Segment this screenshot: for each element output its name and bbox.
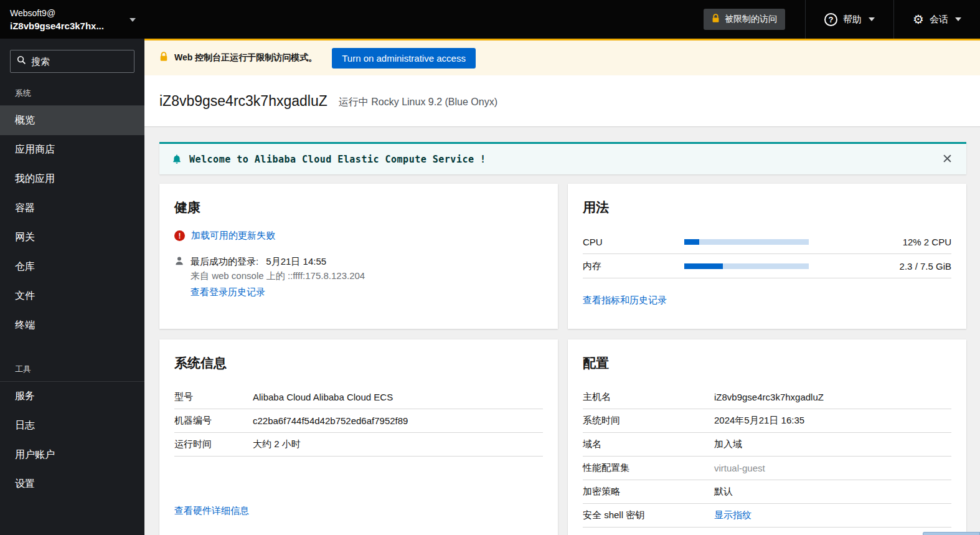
memory-label: 内存 xyxy=(583,260,684,272)
host-switcher[interactable]: Websoft9@ iZ8vb9gse4rc3k7hx... xyxy=(0,0,144,39)
sidebar-item-accounts[interactable]: 用户账户 xyxy=(0,440,144,470)
session-label: 会话 xyxy=(930,14,948,26)
chevron-down-icon xyxy=(130,18,136,22)
hardware-details-link[interactable]: 查看硬件详细信息 xyxy=(174,505,249,516)
brand-host: iZ8vb9gse4rc3k7hx... xyxy=(10,19,125,33)
brand-user: Websoft9@ xyxy=(10,7,125,19)
sidebar-item-gateway[interactable]: 网关 xyxy=(0,223,144,252)
model-value: Alibaba Cloud Alibaba Cloud ECS xyxy=(253,392,393,402)
search-icon xyxy=(17,55,26,67)
help-menu-button[interactable]: ? 帮助 xyxy=(806,0,893,39)
alert-message: Web 控制台正运行于限制访问模式。 xyxy=(174,52,317,64)
user-icon xyxy=(174,254,184,299)
sidebar-item-settings[interactable]: 设置 xyxy=(0,470,144,499)
main-area: Web 控制台正运行于限制访问模式。 Turn on administrativ… xyxy=(144,39,980,535)
sidebar-item-terminal[interactable]: 终端 xyxy=(0,311,144,340)
masthead-toolbar: 被限制的访问 ? 帮助 ⚙ 会话 xyxy=(144,0,980,39)
session-menu-button[interactable]: ⚙ 会话 xyxy=(894,0,980,39)
nav-section-tools: 工具 xyxy=(0,355,144,382)
usage-card: 用法 CPU 12% 2 CPU 内存 xyxy=(568,184,966,329)
sidebar-item-repository[interactable]: 仓库 xyxy=(0,252,144,282)
sidebar-item-containers[interactable]: 容器 xyxy=(0,194,144,223)
usage-card-title: 用法 xyxy=(583,199,951,216)
help-icon: ? xyxy=(824,13,837,26)
sidebar-item-my-apps[interactable]: 我的应用 xyxy=(0,164,144,194)
crypto-policy-value: 默认 xyxy=(714,486,733,498)
memory-progress-bar xyxy=(684,263,809,269)
system-time-label: 系统时间 xyxy=(583,415,714,427)
restricted-mode-alert: Web 控制台正运行于限制访问模式。 Turn on administrativ… xyxy=(144,39,980,75)
hostname-label: 主机名 xyxy=(583,391,714,403)
cpu-value: 12% 2 CPU xyxy=(809,237,951,247)
sidebar-item-overview[interactable]: 概览 xyxy=(0,106,144,135)
overview-content: Welcome to Alibaba Cloud Elastic Compute… xyxy=(144,127,980,535)
machine-id-value: c22ba6f744f54d42b752ed6af7952f89 xyxy=(253,415,408,426)
hostname-value: iZ8vb9gse4rc3k7hxgadluZ xyxy=(714,392,824,402)
login-origin: 来自 web console 上的 ::ffff:175.8.123.204 xyxy=(191,268,365,283)
machine-id-label: 机器编号 xyxy=(174,415,253,427)
show-fingerprints-link[interactable]: 显示指纹 xyxy=(714,509,751,521)
horizontal-scrollbar-thumb[interactable] xyxy=(923,532,980,535)
domain-label: 域名 xyxy=(583,438,714,450)
help-label: 帮助 xyxy=(843,14,862,26)
sidebar-item-app-store[interactable]: 应用商店 xyxy=(0,135,144,164)
last-login-label: 最后成功的登录: xyxy=(191,256,258,267)
uptime-value: 大约 2 小时 xyxy=(253,438,301,450)
health-card: 健康 ! 加载可用的更新失败 最后成功的登录: xyxy=(159,184,558,329)
sidebar-item-logs[interactable]: 日志 xyxy=(0,411,144,440)
crypto-policy-label: 加密策略 xyxy=(583,486,714,498)
lock-icon xyxy=(159,52,168,64)
last-login-time: 5月21日 14:55 xyxy=(266,256,326,267)
system-time-value: 2024年5月21日 16:35 xyxy=(714,415,804,427)
close-icon xyxy=(943,154,951,164)
gear-icon: ⚙ xyxy=(913,13,924,26)
system-info-card: 系统信息 型号 Alibaba Cloud Alibaba Cloud ECS … xyxy=(159,339,558,535)
login-history-link[interactable]: 查看登录历史记录 xyxy=(191,286,265,297)
cockpit-app: Websoft9@ iZ8vb9gse4rc3k7hx... 被限制的访问 ? … xyxy=(0,0,980,535)
host-status: 运行中 Rocky Linux 9.2 (Blue Onyx) xyxy=(339,93,497,109)
machine-id-row: 机器编号 c22ba6f744f54d42b752ed6af7952f89 xyxy=(174,409,543,433)
ssh-keys-row: 安全 shell 密钥 显示指纹 xyxy=(583,504,951,528)
config-card-title: 配置 xyxy=(583,354,951,372)
cpu-progress-bar xyxy=(684,239,809,245)
health-card-title: 健康 xyxy=(174,199,543,216)
system-time-row: 系统时间 2024年5月21日 16:35 xyxy=(583,409,951,433)
welcome-message: Welcome to Alibaba Cloud Elastic Compute… xyxy=(189,154,486,165)
sidebar-search[interactable] xyxy=(10,50,134,73)
performance-profile-value: virtual-guest xyxy=(714,463,765,473)
ssh-keys-label: 安全 shell 密钥 xyxy=(583,509,714,521)
search-input[interactable] xyxy=(31,56,128,67)
nav-gap xyxy=(0,340,144,355)
metrics-history-link[interactable]: 查看指标和历史记录 xyxy=(583,295,667,306)
restricted-access-button[interactable]: 被限制的访问 xyxy=(704,9,785,30)
memory-usage-row: 内存 2.3 / 7.5 GiB xyxy=(583,254,951,278)
uptime-label: 运行时间 xyxy=(174,438,253,450)
chevron-down-icon xyxy=(869,17,875,21)
sidebar-item-files[interactable]: 文件 xyxy=(0,282,144,311)
sidebar: 系统 概览 应用商店 我的应用 容器 网关 仓库 文件 终端 工具 服务 日志 … xyxy=(0,39,144,535)
cpu-progress-fill xyxy=(684,239,699,245)
memory-value: 2.3 / 7.5 GiB xyxy=(809,261,951,272)
welcome-banner: Welcome to Alibaba Cloud Elastic Compute… xyxy=(159,142,966,174)
domain-row: 域名 加入域 xyxy=(583,433,951,457)
page-header: iZ8vb9gse4rc3k7hxgadluZ 运行中 Rocky Linux … xyxy=(144,75,980,127)
crypto-policy-row: 加密策略 默认 xyxy=(583,480,951,504)
masthead: Websoft9@ iZ8vb9gse4rc3k7hx... 被限制的访问 ? … xyxy=(0,0,980,39)
performance-profile-label: 性能配置集 xyxy=(583,462,714,474)
chevron-down-icon xyxy=(955,17,961,21)
updates-failed-link[interactable]: 加载可用的更新失败 xyxy=(191,230,275,242)
cpu-usage-row: CPU 12% 2 CPU xyxy=(583,230,951,254)
join-domain-value: 加入域 xyxy=(714,438,742,450)
hostname-row: 主机名 iZ8vb9gse4rc3k7hxgadluZ xyxy=(583,386,951,409)
close-banner-button[interactable] xyxy=(941,152,954,167)
turn-on-admin-access-button[interactable]: Turn on administrative access xyxy=(332,48,476,69)
system-info-card-title: 系统信息 xyxy=(174,354,543,372)
sidebar-item-services[interactable]: 服务 xyxy=(0,382,144,411)
last-login-line: 最后成功的登录: 5月21日 14:55 xyxy=(191,254,365,268)
model-label: 型号 xyxy=(174,391,253,403)
uptime-row: 运行时间 大约 2 小时 xyxy=(174,433,543,457)
memory-progress-fill xyxy=(684,263,723,269)
bell-icon xyxy=(172,154,182,164)
page-title: iZ8vb9gse4rc3k7hxgadluZ xyxy=(159,93,327,110)
cpu-label: CPU xyxy=(583,237,684,247)
